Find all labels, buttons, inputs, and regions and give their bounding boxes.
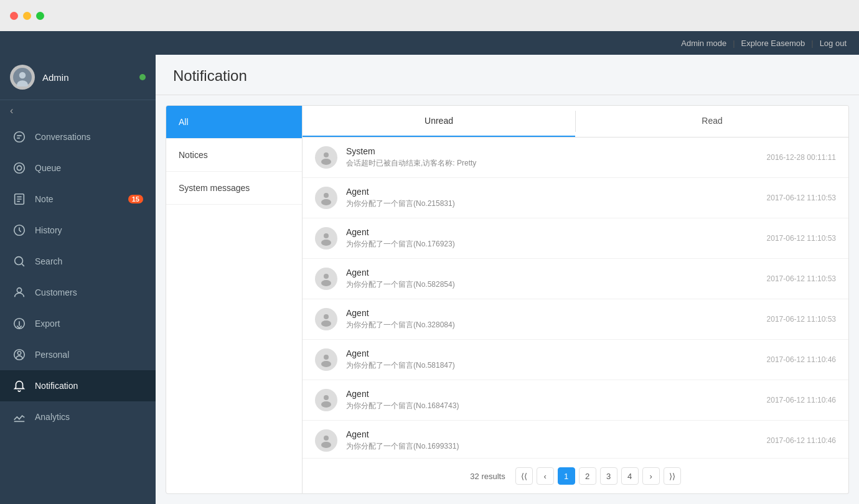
sidebar-item-history[interactable]: History [0,215,156,246]
page-1-button[interactable]: 1 [558,467,575,485]
customers-icon [12,286,26,299]
msg-sender: Agent [346,348,758,358]
content-area: Notification All Notices System messages… [156,55,859,504]
msg-time: 2017-06-12 11:10:53 [767,234,836,243]
note-icon [12,192,26,206]
svg-point-26 [321,401,331,408]
msg-sender: System [346,146,758,156]
message-row[interactable]: Agent 为你分配了一个留言(No.328084) 2017-06-12 11… [303,299,848,340]
notification-layout: All Notices System messages Unread Read [156,95,859,504]
logout-link[interactable]: Log out [820,39,847,48]
personal-label: Personal [35,350,69,360]
svg-point-13 [324,152,329,157]
back-button[interactable]: ‹ [0,100,156,121]
msg-content: Agent 为你分配了一个留言(No.581847) [346,348,758,371]
sidebar-nav: Conversations Queue Note 15 History [0,121,156,504]
tabs-header: Unread Read [303,106,848,138]
message-row[interactable]: Agent 为你分配了一个留言(No.581847) 2017-06-12 11… [303,340,848,380]
message-row[interactable]: Agent 为你分配了一个留言(No.582854) 2017-06-12 11… [303,259,848,299]
top-bar: Admin mode | Explore Easemob | Log out [0,31,859,55]
svg-point-23 [324,355,329,360]
minimize-button[interactable] [23,12,31,20]
sidebar-item-queue[interactable]: Queue [0,152,156,184]
title-bar [0,0,859,31]
sidebar-item-customers[interactable]: Customers [0,277,156,308]
notification-label: Notification [35,381,78,391]
page-next-button[interactable]: › [642,467,660,485]
tab-read[interactable]: Read [576,106,848,137]
msg-text: 为你分配了一个留言(No.176923) [346,239,758,250]
msg-content: Agent 为你分配了一个留言(No.1684743) [346,389,758,411]
msg-content: Agent 为你分配了一个留言(No.582854) [346,268,758,290]
sidebar-item-analytics[interactable]: Analytics [0,401,156,432]
sidebar-item-personal[interactable]: Personal [0,339,156,370]
filter-all[interactable]: All [166,106,302,139]
svg-point-18 [321,240,331,246]
page-last-button[interactable]: ⟩⟩ [664,467,681,485]
close-button[interactable] [10,12,18,20]
svg-point-24 [321,361,331,367]
msg-avatar [315,308,337,330]
search-icon [12,254,26,268]
page-title-bar: Notification [156,55,859,95]
page-3-button[interactable]: 3 [600,467,617,485]
message-row[interactable]: Agent 为你分配了一个留言(No.215831) 2017-06-12 11… [303,178,848,218]
notification-icon [12,379,26,393]
message-row[interactable]: Agent 为你分配了一个留言(No.1699331) 2017-06-12 1… [303,421,848,458]
msg-time: 2016-12-28 00:11:11 [767,153,836,162]
filter-panel: All Notices System messages [166,105,303,494]
svg-point-14 [321,159,331,165]
svg-point-19 [324,274,329,279]
sidebar-item-export[interactable]: Export [0,308,156,339]
export-label: Export [35,319,60,329]
svg-point-21 [324,314,329,319]
msg-content: Agent 为你分配了一个留言(No.176923) [346,227,758,250]
msg-text: 为你分配了一个留言(No.582854) [346,279,758,290]
tab-unread[interactable]: Unread [303,106,575,137]
conversations-label: Conversations [35,132,91,142]
page-2-button[interactable]: 2 [579,467,596,485]
sidebar-item-conversations[interactable]: Conversations [0,121,156,152]
filter-notices[interactable]: Notices [166,139,302,172]
svg-point-22 [321,320,331,327]
admin-mode-link[interactable]: Admin mode [681,39,726,48]
svg-point-12 [17,352,21,355]
sidebar-item-search[interactable]: Search [0,246,156,277]
message-row[interactable]: System 会话超时已被自动结束,访客名称: Pretty 2016-12-2… [303,138,848,178]
msg-avatar [315,146,337,169]
msg-time: 2017-06-12 11:10:46 [767,396,836,404]
sep1: | [733,39,735,48]
svg-point-17 [324,233,329,238]
maximize-button[interactable] [36,12,44,20]
msg-sender: Agent [346,268,758,278]
page-prev-button[interactable]: ‹ [537,467,554,485]
sep2: | [811,39,813,48]
msg-content: System 会话超时已被自动结束,访客名称: Pretty [346,146,758,169]
svg-point-25 [324,395,329,400]
svg-point-16 [321,199,331,205]
msg-content: Agent 为你分配了一个留言(No.328084) [346,308,758,330]
svg-point-20 [321,280,331,286]
explore-link[interactable]: Explore Easemob [741,39,805,48]
messages-panel: Unread Read System 会话超时已被自动结束,访客名称: Pret… [303,105,849,494]
queue-label: Queue [35,163,61,173]
sidebar: Admin ‹ Conversations Queue No [0,55,156,504]
sidebar-header: Admin [0,55,156,100]
msg-time: 2017-06-12 11:10:53 [767,274,836,283]
sidebar-item-note[interactable]: Note 15 [0,184,156,215]
filter-system-messages[interactable]: System messages [166,172,302,205]
sidebar-item-notification[interactable]: Notification [0,370,156,401]
message-row[interactable]: Agent 为你分配了一个留言(No.176923) 2017-06-12 11… [303,218,848,259]
analytics-label: Analytics [35,412,70,422]
msg-avatar [315,429,337,452]
msg-sender: Agent [346,389,758,399]
personal-icon [12,348,26,362]
traffic-lights [10,12,44,20]
msg-avatar [315,268,337,290]
main-layout: Admin ‹ Conversations Queue No [0,55,859,504]
sidebar-username: Admin [42,72,132,83]
page-4-button[interactable]: 4 [621,467,639,485]
msg-time: 2017-06-12 11:10:53 [767,315,836,324]
message-row[interactable]: Agent 为你分配了一个留言(No.1684743) 2017-06-12 1… [303,380,848,421]
page-first-button[interactable]: ⟨⟨ [515,467,533,485]
